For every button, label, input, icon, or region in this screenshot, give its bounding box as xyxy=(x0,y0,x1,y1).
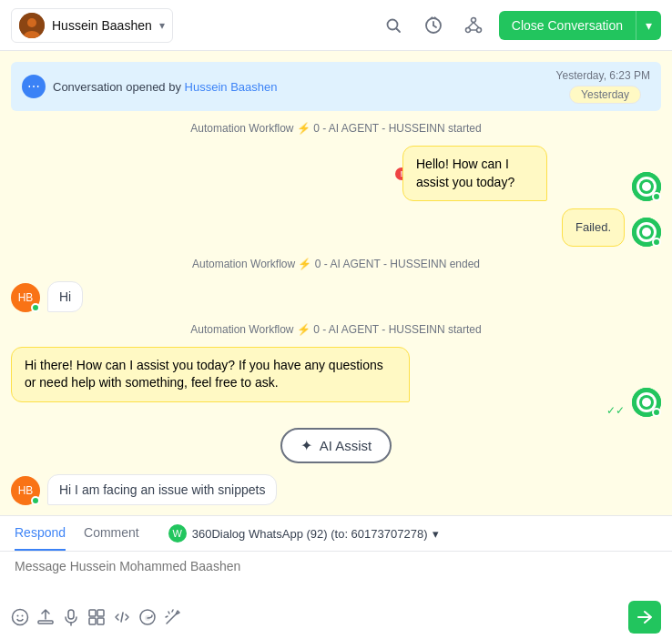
tab-respond[interactable]: Respond xyxy=(15,516,66,551)
chat-area: ⋯ Conversation opened by Hussein Baashen… xyxy=(0,51,672,515)
message-row-4: Hi there! How can I assist you today? If… xyxy=(0,343,672,421)
svg-point-27 xyxy=(17,615,19,617)
message-input-area xyxy=(0,552,672,595)
message-input[interactable] xyxy=(15,559,657,588)
svg-point-21 xyxy=(642,228,651,237)
user-avatar-2: HB xyxy=(11,476,40,505)
svg-rect-33 xyxy=(97,610,104,616)
svg-rect-30 xyxy=(68,610,74,619)
tab-bar: Respond Comment W 360Dialog WhatsApp (92… xyxy=(0,516,672,552)
timer-button[interactable] xyxy=(419,11,448,40)
header: Hussein Baashen ▾ xyxy=(0,0,672,51)
svg-line-11 xyxy=(468,22,473,27)
close-conversation-label: Close Conversation xyxy=(499,11,636,40)
ai-assist-button[interactable]: ✦ AI Assist xyxy=(280,428,392,463)
automation-row-1: Automation Workflow ⚡ 0 - AI AGENT - HUS… xyxy=(0,115,672,142)
header-actions: Close Conversation ▾ xyxy=(379,11,661,40)
message-row-hi: HB Hi xyxy=(0,278,672,316)
svg-point-26 xyxy=(13,610,28,625)
audio-button[interactable] xyxy=(62,608,80,626)
template-button[interactable] xyxy=(87,608,106,626)
agent-name-label: Hussein Baashen xyxy=(52,18,152,33)
message-bubble-hi: Hi xyxy=(47,281,83,312)
bolt-icon-3: ⚡ xyxy=(297,323,313,336)
svg-point-10 xyxy=(476,27,481,32)
svg-line-36 xyxy=(121,613,123,622)
svg-rect-34 xyxy=(89,618,96,624)
svg-rect-35 xyxy=(97,618,104,624)
send-button[interactable] xyxy=(628,601,661,634)
bolt-icon-2: ⚡ xyxy=(298,258,314,270)
ai-assist-row: ✦ AI Assist xyxy=(0,421,672,471)
svg-rect-29 xyxy=(38,621,53,624)
user-avatar-1: HB xyxy=(11,283,40,312)
bot-avatar-1 xyxy=(632,172,661,201)
message-row-failed: Failed. xyxy=(0,205,672,250)
whatsapp-icon: W xyxy=(168,524,187,543)
sticker-button[interactable] xyxy=(138,608,157,626)
chevron-down-icon: ▾ xyxy=(159,19,165,32)
message-row-1: ! Hello! How can I assist you today? xyxy=(0,142,672,205)
svg-point-9 xyxy=(465,27,470,32)
bottom-panel: Respond Comment W 360Dialog WhatsApp (92… xyxy=(0,515,672,639)
svg-point-8 xyxy=(471,17,475,22)
emoji-button[interactable] xyxy=(11,608,29,626)
bot-avatar-4 xyxy=(632,388,661,417)
conversation-icon: ⋯ xyxy=(22,75,46,98)
network-button[interactable] xyxy=(459,11,488,40)
bolt-icon-1: ⚡ xyxy=(297,122,313,135)
upload-button[interactable] xyxy=(36,608,55,626)
conversation-opened-text: Conversation opened by Hussein Baashen xyxy=(53,80,277,94)
svg-rect-32 xyxy=(89,610,96,616)
message-bubble-4: Hi there! How can I assist you today? If… xyxy=(11,347,410,402)
close-conversation-button[interactable]: Close Conversation ▾ xyxy=(499,11,661,40)
date-badge: Yesterday xyxy=(569,86,641,104)
agent-selector[interactable]: Hussein Baashen ▾ xyxy=(11,8,173,43)
wand-icon: ✦ xyxy=(300,437,312,454)
search-button[interactable] xyxy=(379,11,408,40)
close-conversation-chevron[interactable]: ▾ xyxy=(636,11,661,40)
magic-button[interactable] xyxy=(164,608,182,626)
ai-assist-label: AI Assist xyxy=(320,438,372,453)
channel-selector[interactable]: W 360Dialog WhatsApp (92) (to: 601737072… xyxy=(158,517,451,550)
automation-row-3: Automation Workflow ⚡ 0 - AI AGENT - HUS… xyxy=(0,316,672,343)
toolbar xyxy=(0,595,672,639)
message-bubble-user-issue: Hi I am facing an issue with snippets xyxy=(47,474,277,505)
channel-chevron-icon: ▾ xyxy=(433,527,439,541)
tab-comment[interactable]: Comment xyxy=(84,516,139,551)
svg-point-38 xyxy=(145,615,150,621)
svg-line-7 xyxy=(433,25,436,27)
message-bubble-1: Hello! How can I assist you today? xyxy=(402,146,547,201)
svg-line-4 xyxy=(396,28,400,32)
opened-by-link[interactable]: Hussein Baashen xyxy=(185,80,278,94)
svg-point-1 xyxy=(27,18,36,27)
channel-name: 360Dialog WhatsApp (92) (to: 60173707278… xyxy=(192,527,428,541)
automation-row-2: Automation Workflow ⚡ 0 - AI AGENT - HUS… xyxy=(0,250,672,278)
svg-point-3 xyxy=(387,19,397,29)
conversation-timestamp: Yesterday, 6:23 PM xyxy=(556,69,650,82)
svg-point-25 xyxy=(642,398,651,407)
message-bubble-failed: Failed. xyxy=(562,208,625,247)
message-row-user-issue: HB Hi I am facing an issue with snippets xyxy=(0,471,672,509)
conversation-opened-bar: ⋯ Conversation opened by Hussein Baashen… xyxy=(11,62,661,111)
bot-avatar-failed xyxy=(632,218,661,247)
svg-line-12 xyxy=(473,22,479,27)
agent-avatar xyxy=(19,13,45,38)
code-button[interactable] xyxy=(113,608,131,626)
svg-point-17 xyxy=(642,182,651,191)
message-status-4: ✓✓ xyxy=(11,404,625,417)
svg-point-28 xyxy=(22,615,24,617)
